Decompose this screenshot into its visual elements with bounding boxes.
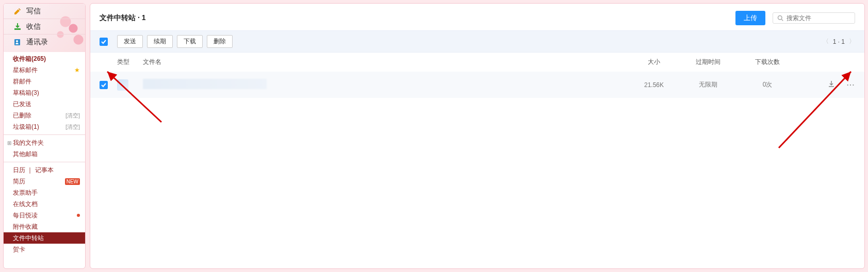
pager-prev[interactable]: 〈: [823, 37, 829, 46]
svg-point-3: [778, 16, 782, 20]
nav-ecard[interactable]: 贺卡: [4, 244, 85, 255]
pager: 〈 1 · 1 〉: [823, 37, 855, 46]
nav-separator: [4, 134, 85, 135]
nav-groupmail[interactable]: 群邮件: [4, 76, 85, 87]
nav-separator: [4, 162, 85, 162]
new-badge: NEW: [65, 178, 80, 185]
download-icon[interactable]: [827, 80, 836, 90]
nav-deleted-clear[interactable]: [清空]: [65, 112, 80, 120]
svg-point-2: [16, 40, 18, 42]
download-button[interactable]: 下载: [177, 35, 203, 48]
nav-resume[interactable]: 简历 NEW: [4, 176, 85, 187]
row-expire: 无限期: [680, 80, 736, 89]
main-header: 文件中转站 · 1 上传: [90, 4, 864, 30]
file-thumbnail: [117, 79, 128, 91]
contacts-label: 通讯录: [26, 38, 48, 47]
row-dlcount: 0次: [736, 80, 798, 89]
expand-icon[interactable]: ⊞: [7, 140, 12, 146]
star-icon: ★: [74, 66, 80, 74]
nav-myfolders[interactable]: ⊞ 我的文件夹: [4, 137, 85, 148]
toolbar: 发送 续期 下载 删除 〈 1 · 1 〉: [90, 30, 864, 53]
search-input[interactable]: [787, 14, 850, 22]
col-dlcount: 下载次数: [736, 58, 798, 66]
renew-button[interactable]: 续期: [147, 35, 173, 48]
pager-next[interactable]: 〉: [849, 37, 855, 46]
unread-dot-icon: [77, 214, 80, 217]
more-icon[interactable]: ···: [847, 81, 855, 89]
sidebar: 写信 收信 通讯录 收件箱(265) 星标邮件 ★: [3, 3, 86, 269]
send-button[interactable]: 发送: [117, 35, 143, 48]
compose-button[interactable]: 写信: [4, 4, 85, 19]
nav-deleted[interactable]: 已删除 [清空]: [4, 110, 85, 121]
col-expire: 过期时间: [680, 58, 736, 66]
nav-starred[interactable]: 星标邮件 ★: [4, 64, 85, 76]
nav-spam-clear[interactable]: [清空]: [65, 123, 80, 131]
nav-attachments[interactable]: 附件收藏: [4, 221, 85, 232]
svg-line-4: [781, 19, 783, 21]
compose-label: 写信: [26, 7, 41, 16]
nav-dailyread[interactable]: 每日悦读: [4, 210, 85, 221]
upload-button[interactable]: 上传: [735, 11, 765, 25]
contacts-button[interactable]: 通讯录: [4, 35, 85, 50]
sidebar-nav: 收件箱(265) 星标邮件 ★ 群邮件 草稿箱(3) 已发送 已删除 [清空] …: [4, 50, 85, 268]
nav-filestation[interactable]: 文件中转站: [4, 232, 85, 244]
delete-button[interactable]: 删除: [207, 35, 233, 48]
main-panel: 文件中转站 · 1 上传 发送 续期 下载 删除 〈 1 · 1 〉: [90, 3, 865, 269]
col-size: 大小: [628, 58, 680, 66]
compose-icon: [13, 7, 22, 16]
svg-rect-1: [14, 39, 20, 45]
row-size: 21.56K: [628, 81, 680, 89]
nav-sent[interactable]: 已发送: [4, 98, 85, 110]
search-icon: [777, 15, 783, 21]
file-name-redacted: [143, 79, 267, 89]
receive-label: 收信: [26, 22, 41, 31]
col-name: 文件名: [143, 58, 628, 66]
nav-inbox[interactable]: 收件箱(265): [4, 53, 85, 64]
nav-othermail[interactable]: 其他邮箱: [4, 148, 85, 160]
pager-text: 1 · 1: [833, 38, 845, 45]
col-type: 类型: [117, 58, 143, 66]
nav-calendar-notes[interactable]: 日历 ｜ 记事本: [4, 164, 85, 176]
sidebar-top: 写信 收信 通讯录: [4, 4, 85, 50]
page-title: 文件中转站 · 1: [100, 13, 145, 23]
search-box[interactable]: [773, 12, 855, 24]
nav-spam[interactable]: 垃圾箱(1) [清空]: [4, 121, 85, 132]
receive-button[interactable]: 收信: [4, 19, 85, 35]
table-header: 类型 文件名 大小 过期时间 下载次数: [90, 53, 864, 72]
nav-drafts[interactable]: 草稿箱(3): [4, 87, 85, 98]
svg-rect-0: [14, 28, 21, 30]
contacts-icon: [13, 38, 22, 47]
row-checkbox[interactable]: [100, 81, 108, 89]
nav-onlinedoc[interactable]: 在线文档: [4, 198, 85, 210]
inbox-icon: [13, 22, 22, 31]
table-row[interactable]: 21.56K 无限期 0次 ···: [90, 72, 864, 98]
nav-invoice[interactable]: 发票助手: [4, 187, 85, 198]
select-all-checkbox[interactable]: [100, 38, 108, 46]
